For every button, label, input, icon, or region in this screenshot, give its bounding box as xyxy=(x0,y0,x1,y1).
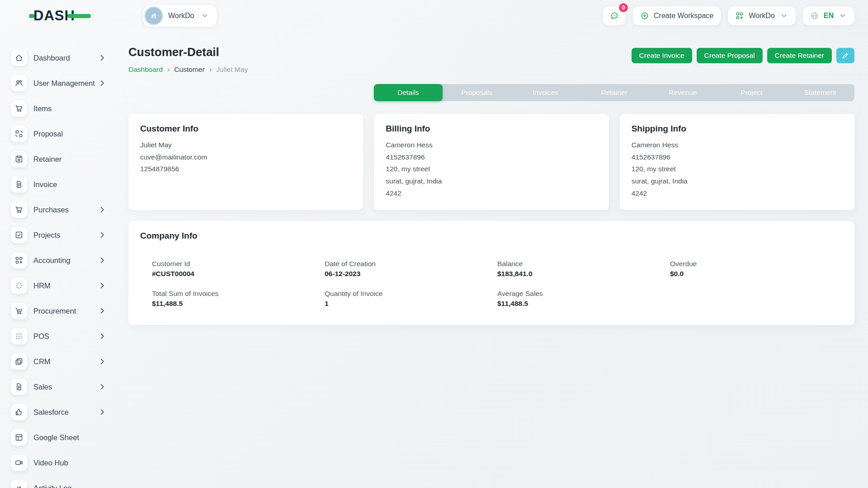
info-line: 4242 xyxy=(632,188,843,198)
sidebar-item-activity-log[interactable]: Activity Log xyxy=(11,480,119,488)
edit-button[interactable] xyxy=(836,48,854,63)
page-header: Customer-Detail Dashboard›Customer›Julie… xyxy=(128,45,854,74)
sidebar-item-sales[interactable]: Sales xyxy=(11,379,119,395)
language-selector[interactable]: EN xyxy=(803,6,854,25)
sidebar-item-hrm[interactable]: HRM xyxy=(11,277,119,294)
windows-icon xyxy=(11,353,27,370)
workspace-avatar xyxy=(145,7,162,24)
info-line: 120, my street xyxy=(386,164,597,174)
users-icon xyxy=(11,75,27,91)
page-title-block: Customer-Detail Dashboard›Customer›Julie… xyxy=(128,45,248,74)
pencil-icon xyxy=(841,51,850,60)
globe-icon xyxy=(810,11,819,20)
company-field-total-sum-of-invoices: Total Sum of Invoices$11,488.5 xyxy=(152,290,325,308)
create-workspace-label: Create Workspace xyxy=(654,12,713,20)
sidebar-item-salesforce[interactable]: Salesforce xyxy=(11,404,119,420)
create-retainer-button[interactable]: Create Retainer xyxy=(767,48,832,63)
tab-revenue[interactable]: Revenue xyxy=(648,84,717,101)
field-label: Total Sum of Invoices xyxy=(152,290,325,298)
brand-logo[interactable]: DASH xyxy=(29,8,134,24)
chevron-right-icon xyxy=(98,53,107,62)
chevron-right-icon xyxy=(98,382,107,391)
file-icon xyxy=(11,176,27,192)
sidebar-item-label: Procurement xyxy=(33,307,98,315)
sidebar-item-pos[interactable]: POS xyxy=(11,328,119,344)
tab-project[interactable]: Project xyxy=(717,84,786,101)
chat-icon xyxy=(610,11,619,20)
workspace-name: WorkDo xyxy=(168,12,194,20)
create-proposal-button[interactable]: Create Proposal xyxy=(697,48,763,63)
tab-details[interactable]: Details xyxy=(374,84,443,101)
home-icon xyxy=(11,50,27,66)
sidebar-item-items[interactable]: Items xyxy=(11,100,119,117)
chevron-right-icon xyxy=(98,306,107,315)
sidebar-item-crm[interactable]: CRM xyxy=(11,353,119,370)
sidebar-item-dashboard[interactable]: Dashboard xyxy=(11,50,119,66)
sidebar-item-projects[interactable]: Projects xyxy=(11,227,119,243)
sidebar-item-retainer[interactable]: Retainer xyxy=(11,151,119,167)
field-value: $11,488.5 xyxy=(152,300,325,308)
app-switcher-button[interactable]: WorkDo xyxy=(728,6,796,25)
dots-circle-icon xyxy=(11,277,27,294)
tab-proposals[interactable]: Proposals xyxy=(443,84,511,101)
tab-retainer[interactable]: Retainer xyxy=(580,84,649,101)
chevron-right-icon xyxy=(98,230,107,239)
sidebar-item-label: Salesforce xyxy=(33,408,98,417)
sidebar-item-invoice[interactable]: Invoice xyxy=(11,176,119,192)
chevron-right-icon xyxy=(98,332,107,341)
sidebar-item-proposal[interactable]: Proposal xyxy=(11,126,119,142)
sidebar-item-accounting[interactable]: Accounting xyxy=(11,252,119,268)
info-line: Cameron Hess xyxy=(632,140,843,150)
breadcrumb-customer[interactable]: Customer xyxy=(175,66,205,74)
sidebar-item-label: HRM xyxy=(33,282,98,290)
company-info-title: Company Info xyxy=(140,231,843,241)
tab-invoices[interactable]: Invoices xyxy=(511,84,580,101)
company-field-overdue: Overdue$0.0 xyxy=(670,260,843,278)
info-line: surat, gujrat, India xyxy=(386,176,597,186)
shipping-info-card: Shipping InfoCameron Hess4152637896120, … xyxy=(620,114,854,210)
chevron-down-icon xyxy=(779,11,788,20)
breadcrumb-separator: › xyxy=(209,65,212,74)
grid-plus-icon xyxy=(11,252,27,268)
sidebar-item-procurement[interactable]: Procurement xyxy=(11,303,119,319)
chevron-right-icon xyxy=(98,79,107,88)
sidebar-item-label: Projects xyxy=(33,231,98,239)
info-line: 1254879856 xyxy=(140,164,351,174)
sidebar-item-purchases[interactable]: Purchases xyxy=(11,202,119,218)
company-field-date-of-creation: Date of Creation06-12-2023 xyxy=(325,260,497,278)
swap-icon xyxy=(11,126,27,142)
messages-button[interactable]: 0 xyxy=(603,6,626,25)
sidebar-item-label: Accounting xyxy=(33,256,98,265)
header-actions: 0 Create Workspace WorkDo EN xyxy=(603,6,854,25)
field-label: Balance xyxy=(497,260,670,268)
info-line: 4242 xyxy=(386,188,597,198)
company-field-quantity-of-invoice: Quantity of Invoice1 xyxy=(325,290,497,308)
workspace-selector[interactable]: WorkDo xyxy=(143,5,217,27)
cart-icon xyxy=(11,202,27,218)
tabs-row: DetailsProposalsInvoicesRetainerRevenueP… xyxy=(128,84,854,101)
company-info-card: Company Info Customer Id#CUST00004Date o… xyxy=(128,221,854,325)
top-header: DASH WorkDo 0 Create Workspace WorkDo EN xyxy=(0,0,868,32)
table-icon xyxy=(11,429,27,446)
billing-info-card: Billing InfoCameron Hess4152637896120, m… xyxy=(374,114,609,210)
create-workspace-button[interactable]: Create Workspace xyxy=(633,6,721,25)
tab-statement[interactable]: Statement xyxy=(786,84,854,101)
field-label: Overdue xyxy=(670,260,843,268)
video-icon xyxy=(11,455,27,471)
field-label: Average Sales xyxy=(497,290,670,298)
create-invoice-button[interactable]: Create Invoice xyxy=(632,48,692,63)
breadcrumb-separator: › xyxy=(167,65,170,74)
detail-tabs: DetailsProposalsInvoicesRetainerRevenueP… xyxy=(374,84,854,101)
sidebar-item-video-hub[interactable]: Video Hub xyxy=(11,455,119,471)
sidebar-item-user-management[interactable]: User Management xyxy=(11,75,119,91)
sidebar-item-label: Sales xyxy=(33,383,98,391)
company-field-average-sales: Average Sales$11,488.5 xyxy=(497,290,670,308)
save-icon xyxy=(11,151,27,167)
billing-info-title: Billing Info xyxy=(386,124,597,134)
sidebar-item-label: Proposal xyxy=(33,130,107,138)
field-value: 1 xyxy=(325,300,497,308)
breadcrumb-dashboard[interactable]: Dashboard xyxy=(128,66,163,74)
field-value: 06-12-2023 xyxy=(325,270,497,278)
sidebar-item-google-sheet[interactable]: Google Sheet xyxy=(11,429,119,446)
main-content: Customer-Detail Dashboard›Customer›Julie… xyxy=(119,32,868,488)
